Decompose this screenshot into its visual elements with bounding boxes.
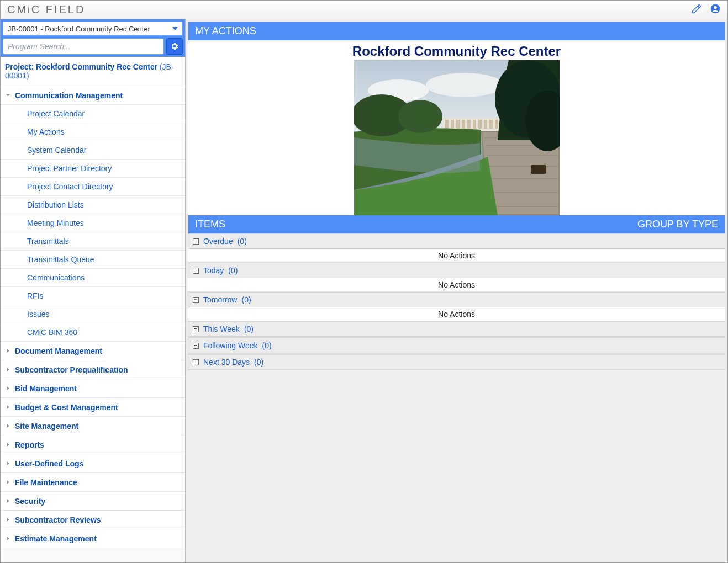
group-label: Tomorrow [203, 295, 237, 304]
nav-node-header[interactable]: File Maintenance [1, 473, 185, 491]
items-group-row[interactable]: −Tomorrow (0) [188, 292, 725, 307]
my-actions-header: MY ACTIONS [188, 22, 725, 40]
svg-rect-6 [445, 120, 449, 129]
no-actions-row: No Actions [188, 307, 725, 321]
group-count: (0) [241, 295, 251, 304]
project-hero: Rockford Community Rec Center [188, 40, 725, 215]
collapse-icon[interactable]: − [193, 238, 199, 245]
nav-node-header[interactable]: Bid Management [1, 379, 185, 397]
gear-icon [170, 42, 179, 51]
items-group-row[interactable]: +This Week (0) [188, 321, 725, 337]
nav-node-label: Document Management [15, 347, 102, 355]
collapse-icon[interactable]: − [193, 297, 199, 303]
nav-node: Communication ManagementProject Calendar… [1, 86, 185, 342]
group-count: (0) [254, 358, 263, 367]
chevron-right-icon [5, 498, 10, 504]
nav-sub-item[interactable]: RFIs [1, 286, 185, 305]
nav-sub-item[interactable]: Communications [1, 268, 185, 286]
items-group-row[interactable]: −Today (0) [188, 263, 725, 278]
nav-node: Document Management [1, 342, 185, 360]
sidebar: JB-00001 - Rockford Community Rec Center… [1, 19, 186, 562]
header-actions [691, 3, 721, 16]
nav-sub-item[interactable]: Project Contact Directory [1, 177, 185, 195]
no-actions-row: No Actions [188, 249, 725, 263]
nav-node-label: Subcontractor Reviews [15, 516, 101, 524]
expand-icon[interactable]: + [193, 326, 199, 332]
nav-node-header[interactable]: Security [1, 492, 185, 510]
svg-point-24 [398, 100, 442, 133]
nav-node: Security [1, 492, 185, 511]
user-icon[interactable] [710, 3, 721, 16]
project-title-row: Project: Rockford Community Rec Center (… [1, 57, 185, 86]
items-group-row[interactable]: +Following Week (0) [188, 338, 725, 353]
collapse-icon[interactable]: − [193, 268, 199, 274]
nav-sub-item[interactable]: Issues [1, 305, 185, 323]
svg-rect-8 [456, 120, 460, 129]
program-search-input[interactable] [3, 38, 164, 55]
edit-icon[interactable] [691, 3, 702, 16]
nav-sub-item[interactable]: System Calendar [1, 141, 185, 159]
expand-icon[interactable]: + [193, 359, 199, 365]
nav-node-header[interactable]: Subcontractor Prequalification [1, 360, 185, 379]
nav-node-header[interactable]: Budget & Cost Management [1, 398, 185, 416]
items-group-row[interactable]: +Next 30 Days (0) [188, 354, 725, 370]
chevron-right-icon [5, 442, 10, 448]
chevron-right-icon [5, 367, 10, 373]
nav-node: Site Management [1, 417, 185, 435]
group-label: Following Week [203, 341, 258, 350]
search-settings-button[interactable] [166, 38, 183, 55]
nav-node-header[interactable]: Document Management [1, 342, 185, 360]
chevron-right-icon [5, 536, 10, 541]
nav-sub-item[interactable]: Project Calendar [1, 104, 185, 123]
svg-rect-7 [451, 120, 454, 129]
project-select-dropdown[interactable]: JB-00001 - Rockford Community Rec Center [3, 22, 183, 36]
svg-rect-12 [478, 120, 482, 129]
expand-icon[interactable]: + [193, 343, 199, 349]
nav-node: User-Defined Logs [1, 454, 185, 473]
nav-node-label: File Maintenance [15, 478, 77, 487]
nav-sub-item[interactable]: Transmittals Queue [1, 250, 185, 268]
project-select-label: JB-00001 - Rockford Community Rec Center [8, 25, 150, 33]
main-content: MY ACTIONS Rockford Community Rec Center [186, 19, 727, 562]
svg-rect-13 [484, 120, 487, 129]
nav-node: Estimate Management [1, 529, 185, 548]
nav-node: Subcontractor Reviews [1, 511, 185, 529]
nav-node-header[interactable]: Reports [1, 435, 185, 454]
nav-sub-item[interactable]: Meeting Minutes [1, 214, 185, 232]
nav-node-header[interactable]: Subcontractor Reviews [1, 511, 185, 529]
chevron-right-icon [5, 480, 10, 485]
svg-rect-15 [495, 120, 498, 129]
nav-sub-item[interactable]: My Actions [1, 123, 185, 141]
chevron-right-icon [5, 423, 10, 429]
nav-sub-item[interactable]: Distribution Lists [1, 195, 185, 214]
nav-node-label: User-Defined Logs [15, 459, 83, 468]
nav-tree: Communication ManagementProject Calendar… [1, 86, 185, 548]
svg-rect-10 [467, 120, 471, 129]
nav-sub-item[interactable]: CMiC BIM 360 [1, 323, 185, 341]
nav-node-label: Bid Management [15, 384, 77, 393]
nav-node-header[interactable]: Site Management [1, 417, 185, 435]
nav-node-header[interactable]: Communication Management [1, 86, 185, 104]
nav-sub-item[interactable]: Transmittals [1, 232, 185, 250]
svg-point-1 [714, 6, 716, 9]
group-by-type-toggle[interactable]: GROUP BY TYPE [637, 219, 718, 230]
chevron-right-icon [5, 405, 10, 410]
nav-sub-item[interactable]: Project Partner Directory [1, 159, 185, 177]
nav-node-label: Subcontractor Prequalification [15, 365, 128, 374]
nav-node: File Maintenance [1, 473, 185, 492]
items-groups: −Overdue (0)No Actions−Today (0)No Actio… [188, 233, 725, 370]
group-label: Today [203, 266, 224, 275]
nav-node-label: Security [15, 497, 45, 506]
nav-node-label: Reports [15, 440, 44, 449]
brand-logo: CMiC FIELD [7, 3, 85, 16]
svg-rect-14 [489, 120, 493, 129]
nav-node: Bid Management [1, 379, 185, 398]
project-hero-image [354, 60, 560, 215]
nav-node-label: Site Management [15, 422, 78, 431]
nav-node: Subcontractor Prequalification [1, 360, 185, 379]
nav-node-header[interactable]: User-Defined Logs [1, 454, 185, 472]
nav-node-header[interactable]: Estimate Management [1, 529, 185, 548]
hero-title: Rockford Community Rec Center [188, 40, 725, 60]
items-group-row[interactable]: −Overdue (0) [188, 233, 725, 249]
items-header: ITEMS GROUP BY TYPE [188, 215, 725, 233]
